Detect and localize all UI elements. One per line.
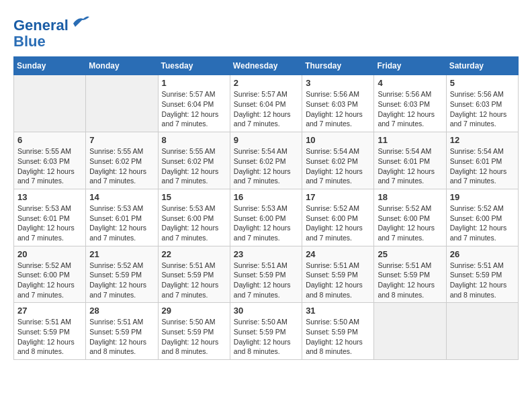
day-info: Sunrise: 5:51 AM Sunset: 5:59 PM Dayligh…: [378, 261, 442, 300]
day-number: 5: [450, 78, 515, 88]
calendar-cell: 27Sunrise: 5:51 AM Sunset: 5:59 PM Dayli…: [14, 303, 86, 360]
day-number: 13: [17, 192, 82, 202]
calendar-cell: 5Sunrise: 5:56 AM Sunset: 6:03 PM Daylig…: [446, 75, 518, 132]
calendar-cell: 31Sunrise: 5:50 AM Sunset: 5:59 PM Dayli…: [302, 303, 374, 360]
day-number: 6: [17, 135, 82, 145]
day-number: 18: [378, 192, 442, 202]
weekday-header-sunday: Sunday: [14, 57, 86, 75]
day-info: Sunrise: 5:53 AM Sunset: 6:01 PM Dayligh…: [89, 203, 154, 243]
calendar-week-4: 20Sunrise: 5:52 AM Sunset: 6:00 PM Dayli…: [14, 246, 519, 303]
day-info: Sunrise: 5:52 AM Sunset: 6:00 PM Dayligh…: [17, 261, 82, 300]
calendar-cell: 6Sunrise: 5:55 AM Sunset: 6:03 PM Daylig…: [14, 132, 86, 189]
calendar-cell: 11Sunrise: 5:54 AM Sunset: 6:01 PM Dayli…: [374, 132, 446, 189]
day-info: Sunrise: 5:51 AM Sunset: 5:59 PM Dayligh…: [306, 261, 370, 300]
calendar-cell: 29Sunrise: 5:50 AM Sunset: 5:59 PM Dayli…: [158, 303, 230, 360]
calendar-cell: 4Sunrise: 5:56 AM Sunset: 6:03 PM Daylig…: [374, 75, 446, 132]
weekday-header-tuesday: Tuesday: [158, 57, 230, 75]
weekday-header-friday: Friday: [374, 57, 446, 75]
day-info: Sunrise: 5:52 AM Sunset: 5:59 PM Dayligh…: [89, 261, 154, 300]
calendar-week-3: 13Sunrise: 5:53 AM Sunset: 6:01 PM Dayli…: [14, 189, 519, 246]
day-number: 31: [306, 306, 370, 316]
calendar-cell: 24Sunrise: 5:51 AM Sunset: 5:59 PM Dayli…: [302, 246, 374, 303]
day-info: Sunrise: 5:51 AM Sunset: 5:59 PM Dayligh…: [450, 261, 515, 300]
day-info: Sunrise: 5:55 AM Sunset: 6:02 PM Dayligh…: [89, 146, 154, 186]
day-number: 28: [89, 306, 154, 316]
day-number: 30: [234, 306, 298, 316]
calendar-cell: 28Sunrise: 5:51 AM Sunset: 5:59 PM Dayli…: [86, 303, 158, 360]
calendar-cell: 8Sunrise: 5:55 AM Sunset: 6:02 PM Daylig…: [158, 132, 230, 189]
calendar-table: SundayMondayTuesdayWednesdayThursdayFrid…: [13, 56, 519, 360]
calendar-cell: 12Sunrise: 5:54 AM Sunset: 6:01 PM Dayli…: [446, 132, 518, 189]
calendar-cell: 26Sunrise: 5:51 AM Sunset: 5:59 PM Dayli…: [446, 246, 518, 303]
calendar-cell: [86, 75, 158, 132]
day-info: Sunrise: 5:52 AM Sunset: 6:00 PM Dayligh…: [306, 203, 370, 243]
logo: General Blue: [13, 13, 90, 50]
day-info: Sunrise: 5:51 AM Sunset: 5:59 PM Dayligh…: [234, 261, 298, 300]
day-number: 4: [378, 78, 442, 88]
day-number: 19: [450, 192, 515, 202]
calendar-cell: 10Sunrise: 5:54 AM Sunset: 6:02 PM Dayli…: [302, 132, 374, 189]
day-info: Sunrise: 5:54 AM Sunset: 6:02 PM Dayligh…: [306, 146, 370, 186]
weekday-header-row: SundayMondayTuesdayWednesdayThursdayFrid…: [14, 57, 519, 75]
calendar-cell: 9Sunrise: 5:54 AM Sunset: 6:02 PM Daylig…: [230, 132, 302, 189]
weekday-header-saturday: Saturday: [446, 57, 518, 75]
day-info: Sunrise: 5:54 AM Sunset: 6:01 PM Dayligh…: [378, 146, 442, 186]
day-number: 12: [450, 135, 515, 145]
day-number: 8: [162, 135, 226, 145]
calendar-cell: [374, 303, 446, 360]
calendar-cell: 2Sunrise: 5:57 AM Sunset: 6:04 PM Daylig…: [230, 75, 302, 132]
calendar-cell: 20Sunrise: 5:52 AM Sunset: 6:00 PM Dayli…: [14, 246, 86, 303]
calendar-cell: 13Sunrise: 5:53 AM Sunset: 6:01 PM Dayli…: [14, 189, 86, 246]
calendar-week-2: 6Sunrise: 5:55 AM Sunset: 6:03 PM Daylig…: [14, 132, 519, 189]
day-number: 25: [378, 249, 442, 259]
calendar-cell: 21Sunrise: 5:52 AM Sunset: 5:59 PM Dayli…: [86, 246, 158, 303]
weekday-header-monday: Monday: [86, 57, 158, 75]
day-number: 21: [89, 249, 154, 259]
calendar-cell: 7Sunrise: 5:55 AM Sunset: 6:02 PM Daylig…: [86, 132, 158, 189]
day-number: 11: [378, 135, 442, 145]
calendar-cell: 17Sunrise: 5:52 AM Sunset: 6:00 PM Dayli…: [302, 189, 374, 246]
day-number: 2: [234, 78, 298, 88]
day-info: Sunrise: 5:52 AM Sunset: 6:00 PM Dayligh…: [378, 203, 442, 243]
day-number: 29: [162, 306, 226, 316]
day-info: Sunrise: 5:51 AM Sunset: 5:59 PM Dayligh…: [162, 261, 226, 300]
calendar-cell: 15Sunrise: 5:53 AM Sunset: 6:00 PM Dayli…: [158, 189, 230, 246]
calendar-cell: 3Sunrise: 5:56 AM Sunset: 6:03 PM Daylig…: [302, 75, 374, 132]
day-number: 15: [162, 192, 226, 202]
day-info: Sunrise: 5:53 AM Sunset: 6:00 PM Dayligh…: [162, 203, 226, 243]
calendar-week-5: 27Sunrise: 5:51 AM Sunset: 5:59 PM Dayli…: [14, 303, 519, 360]
calendar-cell: 25Sunrise: 5:51 AM Sunset: 5:59 PM Dayli…: [374, 246, 446, 303]
calendar-cell: [446, 303, 518, 360]
day-info: Sunrise: 5:50 AM Sunset: 5:59 PM Dayligh…: [162, 317, 226, 357]
day-number: 17: [306, 192, 370, 202]
day-number: 23: [234, 249, 298, 259]
weekday-header-thursday: Thursday: [302, 57, 374, 75]
day-info: Sunrise: 5:55 AM Sunset: 6:02 PM Dayligh…: [162, 146, 226, 186]
day-info: Sunrise: 5:51 AM Sunset: 5:59 PM Dayligh…: [17, 317, 82, 357]
day-info: Sunrise: 5:53 AM Sunset: 6:01 PM Dayligh…: [17, 203, 82, 243]
calendar-cell: 14Sunrise: 5:53 AM Sunset: 6:01 PM Dayli…: [86, 189, 158, 246]
day-info: Sunrise: 5:57 AM Sunset: 6:04 PM Dayligh…: [234, 89, 298, 129]
day-number: 7: [89, 135, 154, 145]
day-info: Sunrise: 5:56 AM Sunset: 6:03 PM Dayligh…: [378, 89, 442, 129]
day-number: 26: [450, 249, 515, 259]
day-number: 10: [306, 135, 370, 145]
day-number: 9: [234, 135, 298, 145]
day-info: Sunrise: 5:50 AM Sunset: 5:59 PM Dayligh…: [234, 317, 298, 357]
day-number: 27: [17, 306, 82, 316]
calendar-body: 1Sunrise: 5:57 AM Sunset: 6:04 PM Daylig…: [14, 75, 519, 360]
day-info: Sunrise: 5:52 AM Sunset: 6:00 PM Dayligh…: [450, 203, 515, 243]
day-number: 14: [89, 192, 154, 202]
page-header: General Blue: [13, 13, 519, 50]
calendar-cell: 18Sunrise: 5:52 AM Sunset: 6:00 PM Dayli…: [374, 189, 446, 246]
calendar-cell: 23Sunrise: 5:51 AM Sunset: 5:59 PM Dayli…: [230, 246, 302, 303]
day-info: Sunrise: 5:50 AM Sunset: 5:59 PM Dayligh…: [306, 317, 370, 357]
logo-bird-icon: [70, 13, 90, 30]
day-info: Sunrise: 5:57 AM Sunset: 6:04 PM Dayligh…: [162, 89, 226, 129]
day-number: 3: [306, 78, 370, 88]
day-info: Sunrise: 5:56 AM Sunset: 6:03 PM Dayligh…: [306, 89, 370, 129]
day-number: 1: [162, 78, 226, 88]
logo-text: General Blue: [13, 13, 90, 50]
day-info: Sunrise: 5:51 AM Sunset: 5:59 PM Dayligh…: [89, 317, 154, 357]
calendar-cell: 16Sunrise: 5:53 AM Sunset: 6:00 PM Dayli…: [230, 189, 302, 246]
